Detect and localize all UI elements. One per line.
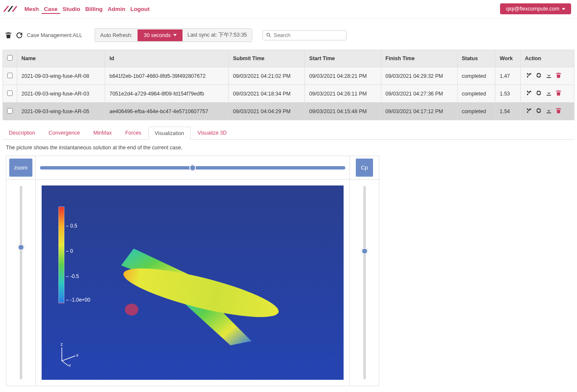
nav-link-billing[interactable]: Billing <box>83 5 105 13</box>
nav-link-logout[interactable]: Logout <box>128 5 152 13</box>
delete-icon[interactable] <box>556 90 561 96</box>
download-icon[interactable] <box>546 72 552 78</box>
viz-description: The picture shows the instantaneous solu… <box>6 145 571 151</box>
row-checkbox[interactable] <box>7 73 13 78</box>
cell-actions <box>520 67 574 85</box>
cell-start: 09/03/2021 04:15:48 PM <box>305 103 381 120</box>
toolbar: Case Management:ALL Auto Refresh: 30 sec… <box>0 19 577 50</box>
tab-description[interactable]: Description <box>3 126 42 139</box>
download-icon[interactable] <box>546 90 552 96</box>
cell-id: b641f2eb-1b07-4660-8fd5-39f492807672 <box>105 67 229 85</box>
refresh-icon[interactable] <box>16 32 23 39</box>
cell-work: 1.47 <box>495 67 521 85</box>
table-row[interactable]: 2021-09-03-wing-fuse-AR-05 ae406496-efba… <box>3 103 574 120</box>
cell-submit: 09/03/2021 04:21:02 PM <box>229 67 305 85</box>
cell-finish: 09/03/2021 04:29:32 PM <box>381 67 457 85</box>
download-icon[interactable] <box>546 108 552 114</box>
axes-triad: z x y <box>56 342 81 368</box>
table-row[interactable]: 2021-09-03-wing-fuse-AR-08 b641f2eb-1b07… <box>3 67 574 85</box>
colorbar-ticks: 0.5 0 -0.5 -1.0e+00 <box>66 205 90 302</box>
cell-id: ae406496-efba-464e-bc47-4e5710607757 <box>105 103 229 120</box>
col-work: Work <box>495 50 521 67</box>
zoom-button[interactable]: zoom <box>9 159 33 177</box>
tab-visualize-3d[interactable]: Visualize 3D <box>191 126 233 139</box>
cell-name: 2021-09-03-wing-fuse-AR-03 <box>17 85 105 103</box>
svg-line-1 <box>269 36 270 37</box>
row-checkbox[interactable] <box>7 90 13 96</box>
tab-convergence[interactable]: Convergence <box>42 126 86 139</box>
field-slider[interactable] <box>363 186 366 379</box>
col-finish: Finish Time <box>381 50 457 67</box>
chevron-down-icon <box>173 34 177 36</box>
col-submit: Submit Time <box>229 50 305 67</box>
delete-icon[interactable] <box>556 72 561 78</box>
zoom-slider[interactable] <box>20 186 22 379</box>
row-checkbox[interactable] <box>7 108 13 114</box>
auto-refresh-select[interactable]: 30 seconds <box>138 29 183 41</box>
fork-icon[interactable] <box>526 108 532 114</box>
logo <box>3 4 17 14</box>
viz-canvas[interactable]: 0.5 0 -0.5 -1.0e+00 z x y <box>42 185 344 380</box>
viz-panel: zoom Cp 0.5 0 -0.5 -1.0e+00 <box>6 156 379 386</box>
cell-finish: 09/03/2021 04:17:12 PM <box>381 103 457 120</box>
user-email: qiqi@flexcompute.com <box>506 6 559 12</box>
svg-text:z: z <box>61 342 63 347</box>
svg-text:y: y <box>69 363 71 367</box>
tab-minmax[interactable]: MinMax <box>87 126 118 139</box>
cell-start: 09/03/2021 04:28:21 PM <box>305 67 381 85</box>
colorbar <box>58 207 64 303</box>
col-start: Start Time <box>305 50 381 67</box>
nav-link-case[interactable]: Case <box>42 5 60 14</box>
svg-line-4 <box>62 361 69 366</box>
svg-point-0 <box>267 33 270 36</box>
last-sync-label: Last sync at: 下午7:53:35 <box>183 29 252 42</box>
nav-link-studio[interactable]: Studio <box>60 5 83 13</box>
cell-submit: 09/03/2021 04:04:29 PM <box>229 103 305 120</box>
horizontal-slider-thumb[interactable] <box>189 164 196 171</box>
search-box[interactable] <box>262 30 347 40</box>
retry-icon[interactable] <box>536 90 542 96</box>
chevron-down-icon <box>562 8 565 10</box>
breadcrumb: Case Management:ALL <box>27 32 82 38</box>
case-table: Name Id Submit Time Start Time Finish Ti… <box>3 50 574 120</box>
svg-point-9 <box>125 304 138 315</box>
retry-icon[interactable] <box>536 108 542 114</box>
cell-finish: 09/03/2021 04:27:36 PM <box>381 85 457 103</box>
cell-submit: 09/03/2021 04:18:34 PM <box>229 85 305 103</box>
delete-icon[interactable] <box>556 108 561 114</box>
aircraft-model <box>92 219 294 354</box>
nav-link-admin[interactable]: Admin <box>105 5 128 13</box>
auto-refresh-label: Auto Refresh: <box>95 29 137 41</box>
cell-status: completed <box>457 103 495 120</box>
col-status: Status <box>457 50 495 67</box>
col-name: Name <box>17 50 105 67</box>
horizontal-slider[interactable] <box>40 166 345 170</box>
tab-visualization[interactable]: Visualization <box>148 127 191 140</box>
cell-work: 1.53 <box>495 85 521 103</box>
zoom-slider-thumb[interactable] <box>18 244 24 251</box>
tab-forces[interactable]: Forces <box>119 126 148 139</box>
cell-start: 09/03/2021 04:26:11 PM <box>305 85 381 103</box>
cell-status: completed <box>457 85 495 103</box>
svg-text:x: x <box>76 352 79 358</box>
field-button[interactable]: Cp <box>356 159 373 177</box>
trash-icon[interactable] <box>5 32 12 39</box>
search-input[interactable] <box>274 32 343 38</box>
col-id: Id <box>105 50 229 67</box>
nav-link-mesh[interactable]: Mesh <box>22 5 42 13</box>
retry-icon[interactable] <box>536 72 542 78</box>
fork-icon[interactable] <box>526 72 532 78</box>
field-slider-thumb[interactable] <box>361 248 368 254</box>
col-action: Action <box>520 50 574 67</box>
fork-icon[interactable] <box>526 90 532 96</box>
auto-refresh-group: Auto Refresh: 30 seconds Last sync at: 下… <box>95 28 252 42</box>
cell-name: 2021-09-03-wing-fuse-AR-05 <box>17 103 105 120</box>
cell-work: 1.54 <box>495 103 521 120</box>
cell-status: completed <box>457 67 495 85</box>
user-menu[interactable]: qiqi@flexcompute.com <box>500 3 571 14</box>
detail-tabs: DescriptionConvergenceMinMaxForcesVisual… <box>3 126 574 140</box>
nav-left: MeshCaseStudioBillingAdminLogout <box>3 4 152 14</box>
select-all-checkbox[interactable] <box>7 55 13 61</box>
table-row[interactable]: 2021-09-03-wing-fuse-AR-03 7051e2d4-a729… <box>3 85 574 103</box>
cell-name: 2021-09-03-wing-fuse-AR-08 <box>17 67 105 85</box>
